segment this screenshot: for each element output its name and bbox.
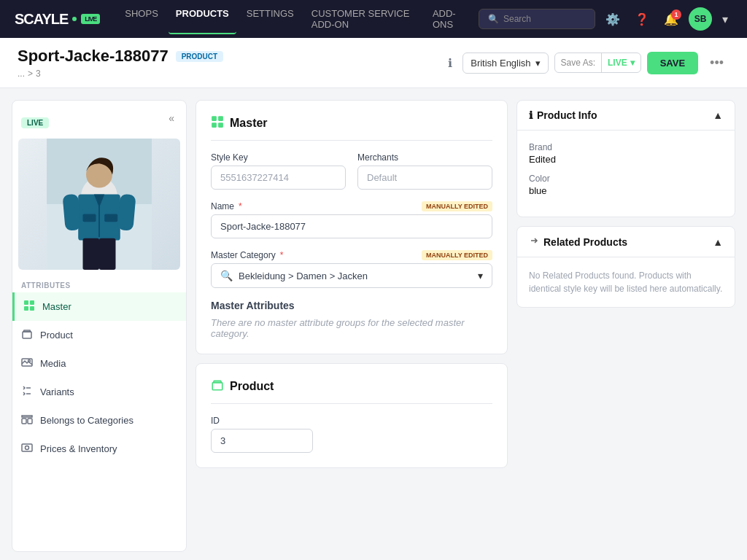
breadcrumb-dots: ...	[18, 69, 25, 79]
svg-rect-6	[62, 194, 81, 231]
product-info-body: Brand Edited Color blue	[517, 131, 735, 217]
save-as-label: Save As:	[555, 53, 602, 72]
info-icon-btn[interactable]: ℹ	[444, 52, 457, 74]
brand-value: Edited	[529, 154, 723, 165]
category-manually-edited-badge: MANUALLY EDITED	[422, 250, 492, 260]
product-info-title: ℹ Product Info	[529, 109, 597, 121]
svg-rect-7	[117, 194, 136, 231]
style-key-input[interactable]	[211, 166, 346, 190]
sidebar-item-product-label: Product	[40, 330, 73, 341]
breadcrumb: ... > 3	[18, 69, 432, 79]
sidebar-item-prices-inventory[interactable]: Prices & Inventory	[12, 435, 186, 463]
svg-rect-13	[30, 300, 34, 305]
svg-rect-20	[28, 419, 32, 424]
product-info-collapse-icon: ▲	[713, 109, 723, 121]
sidebar-item-master[interactable]: Master	[12, 292, 186, 321]
svg-rect-16	[23, 332, 31, 338]
save-as-group: Save As: LIVE ▾	[554, 52, 641, 73]
sidebar-live-badge: LIVE	[21, 117, 49, 128]
related-products-card: Related Products ▲ No Related Products f…	[516, 226, 735, 308]
related-products-body: No Related Products found. Products with…	[517, 257, 735, 307]
brand-field: Brand Edited	[529, 142, 723, 165]
save-button[interactable]: SAVE	[647, 52, 698, 74]
header-actions: ℹ British English ▾ Save As: LIVE ▾ SAVE…	[444, 52, 729, 74]
sidebar-collapse-btn[interactable]: «	[160, 104, 183, 133]
svg-rect-26	[218, 122, 223, 128]
search-box[interactable]: 🔍 Search	[479, 9, 595, 29]
merchants-label: Merchants	[357, 152, 492, 163]
sidebar-item-belongs-to-categories[interactable]: Belongs to Categories	[12, 406, 186, 435]
category-value: Bekleidung > Damen > Jacken	[239, 271, 472, 281]
media-icon	[21, 357, 33, 370]
user-avatar[interactable]: SB	[689, 7, 712, 31]
name-group: Name * MANUALLY EDITED	[211, 201, 492, 238]
color-value: blue	[529, 185, 723, 196]
svg-rect-12	[24, 300, 28, 305]
nav-shops[interactable]: SHOPS	[117, 4, 166, 34]
nav-addons[interactable]: ADD-ONS	[425, 4, 473, 34]
sidebar-item-categories-label: Belongs to Categories	[40, 415, 133, 426]
svg-point-22	[26, 446, 29, 450]
product-info-header[interactable]: ℹ Product Info ▲	[517, 101, 735, 131]
sidebar-item-media[interactable]: Media	[12, 349, 186, 378]
svg-rect-19	[22, 419, 26, 424]
page-header: Sport-Jacke-188077 PRODUCT ... > 3 ℹ Bri…	[0, 38, 747, 88]
user-dropdown-btn[interactable]: ▾	[718, 8, 732, 31]
color-label: Color	[529, 174, 723, 184]
language-selector[interactable]: British English ▾	[462, 52, 548, 74]
related-products-icon	[529, 236, 539, 248]
svg-rect-23	[212, 116, 217, 121]
color-field: Color blue	[529, 174, 723, 196]
category-select[interactable]: 🔍 Bekleidung > Damen > Jacken ▾	[211, 263, 492, 288]
language-value: British English	[471, 58, 530, 69]
logo-text: SCAYLE	[15, 11, 68, 28]
category-search-icon: 🔍	[220, 270, 233, 281]
sidebar-item-prices-label: Prices & Inventory	[40, 443, 117, 454]
nav-settings[interactable]: SETTINGS	[239, 4, 301, 34]
svg-rect-9	[99, 238, 116, 270]
svg-rect-10	[83, 214, 96, 222]
notifications-icon-btn[interactable]: 🔔 1	[659, 8, 683, 31]
main-layout: LIVE «	[0, 88, 747, 560]
related-products-header[interactable]: Related Products ▲	[517, 227, 735, 257]
svg-rect-21	[22, 444, 32, 451]
sidebar-item-variants[interactable]: Variants	[12, 378, 186, 406]
help-icon-btn[interactable]: ❓	[630, 8, 654, 31]
live-nav-badge: LIVE	[81, 14, 100, 24]
style-merchants-row: Style Key Merchants	[211, 152, 492, 190]
svg-rect-27	[212, 383, 222, 390]
master-section-title: Master	[211, 115, 492, 141]
nav-links: SHOPS PRODUCTS SETTINGS CUSTOMER SERVICE…	[117, 4, 473, 34]
id-label: ID	[211, 416, 313, 426]
settings-icon-btn[interactable]: ⚙️	[601, 8, 624, 31]
name-label: Name * MANUALLY EDITED	[211, 201, 492, 211]
sidebar-item-media-label: Media	[40, 358, 66, 369]
sidebar-item-master-label: Master	[42, 301, 71, 312]
svg-rect-24	[218, 116, 223, 121]
id-input[interactable]	[211, 429, 313, 453]
notification-badge: 1	[671, 9, 681, 20]
center-panel: Master Style Key Merchants Name * MANUAL…	[196, 100, 508, 552]
master-section-icon	[211, 115, 224, 131]
brand-label: Brand	[529, 142, 723, 152]
nav-customer-service[interactable]: CUSTOMER SERVICE ADD-ON	[304, 4, 422, 34]
nav-products[interactable]: PRODUCTS	[169, 4, 236, 34]
related-products-collapse-icon: ▲	[713, 236, 723, 248]
product-image-svg	[18, 139, 180, 270]
more-options-button[interactable]: •••	[704, 52, 729, 74]
merchants-input[interactable]	[357, 166, 492, 190]
left-sidebar: LIVE «	[12, 100, 187, 552]
style-key-label: Style Key	[211, 152, 346, 163]
header-title-block: Sport-Jacke-188077 PRODUCT ... > 3	[18, 47, 432, 79]
save-as-value[interactable]: LIVE ▾	[602, 53, 640, 72]
save-as-status: LIVE	[608, 58, 627, 68]
name-required-star: *	[239, 201, 242, 211]
name-input[interactable]	[211, 214, 492, 238]
product-image-container	[12, 133, 186, 276]
master-icon	[23, 300, 35, 314]
breadcrumb-arrow: >	[28, 69, 33, 79]
logo: SCAYLE LIVE	[15, 11, 100, 28]
sidebar-item-product[interactable]: Product	[12, 321, 186, 349]
master-attributes-section: Master Attributes There are no master at…	[211, 300, 492, 339]
product-section-label: Product	[230, 380, 274, 393]
